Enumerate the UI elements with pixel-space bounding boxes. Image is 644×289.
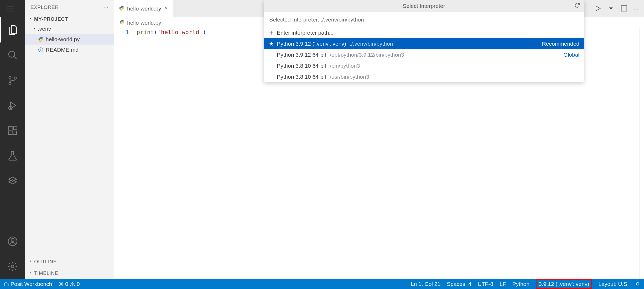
tree-item-folder[interactable]: .venv [25,24,114,34]
project-name: MY-PROJECT [34,16,68,22]
sidebar-header: EXPLORER ··· [25,0,114,15]
enter-path-label: Enter interpreter path... [277,30,334,36]
activity-workbench[interactable] [0,168,25,194]
interpreter-option[interactable]: Python 3.8.10 64-bit /usr/bin/python3 [264,71,584,82]
svg-point-0 [9,51,15,57]
tree-item-label: .venv [38,26,51,32]
workbench-icon [7,176,18,186]
tree-item-file[interactable]: hello-world.py [25,34,114,45]
hamburger-menu[interactable] [3,4,18,14]
status-eol[interactable]: LF [500,281,506,287]
interpreter-input[interactable]: Selected Interpreter: ./.venv/bin/python [267,14,580,25]
enter-path-item[interactable]: Enter interpreter path... [264,27,584,38]
interpreter-path: /usr/bin/python3 [330,74,369,80]
interpreter-tag: Global [563,52,579,58]
status-language[interactable]: Python [512,281,529,287]
status-notifications[interactable] [635,281,640,287]
python-file-icon [119,5,124,12]
svg-rect-7 [13,131,17,135]
bell-icon [635,281,640,287]
interpreter-tag: Recommended [542,41,579,47]
tree-item-label: hello-world.py [46,36,80,42]
svg-point-11 [11,265,14,268]
status-workbench[interactable]: Posit Workbench [4,281,52,287]
outline-section[interactable]: OUTLINE [25,256,114,267]
activity-explorer[interactable] [0,17,25,42]
dropdown-title: Select Interpreter [403,3,445,9]
activity-settings[interactable] [0,254,25,279]
chevron-down-icon [28,16,33,22]
interpreter-path: /opt/python/3.9.12/bin/python3 [330,52,404,58]
activity-testing[interactable] [0,143,25,168]
interpreter-label: Python 3.8.10 64-bit [277,74,326,80]
status-indentation[interactable]: Spaces: 4 [447,281,471,287]
svg-point-1 [9,76,11,78]
svg-rect-6 [9,131,12,135]
interpreter-option[interactable]: ★ Python 3.9.12 ('.venv': venv) ./.venv/… [264,38,584,49]
sidebar-more-button[interactable]: ··· [103,4,108,11]
files-icon [8,25,18,35]
project-section-header[interactable]: MY-PROJECT [25,15,114,24]
interpreter-label: Python 3.9.12 64-bit [277,52,326,58]
dropdown-input-wrap: Selected Interpreter: ./.venv/bin/python [264,12,584,27]
editor-region: hello-world.py ··· [114,0,644,279]
home-icon [4,281,9,287]
status-encoding[interactable]: UTF-8 [478,281,494,287]
timeline-section[interactable]: TIMELINE [25,267,114,279]
extensions-icon [7,125,18,136]
sidebar: EXPLORER ··· MY-PROJECT .venv [25,0,114,279]
section-label: TIMELINE [34,270,58,276]
app-root: EXPLORER ··· MY-PROJECT .venv [0,0,644,289]
info-file-icon [38,47,44,53]
interpreter-path: ./.venv/bin/python [350,41,393,47]
tree-item-file[interactable]: README.md [25,45,114,55]
activity-run-debug[interactable] [0,93,25,118]
plus-icon [268,30,274,35]
run-dropdown-button[interactable] [607,5,615,13]
chevron-right-icon [28,270,33,276]
status-cursor-position[interactable]: Ln 1, Col 21 [411,281,440,287]
gear-icon [7,261,18,272]
activity-bar [0,0,25,279]
main-area: EXPLORER ··· MY-PROJECT .venv [0,0,644,279]
chevron-right-icon [28,259,33,265]
refresh-button[interactable] [574,2,580,10]
svg-rect-5 [9,127,12,130]
minimap[interactable] [639,28,644,279]
status-interpreter[interactable]: 3.9.12 ('.venv': venv) [536,279,592,289]
svg-point-3 [14,77,16,79]
interpreter-option[interactable]: Python 3.8.10 64-bit /bin/python3 [264,60,584,71]
interpreter-label: Python 3.8.10 64-bit [277,63,326,69]
editor-more-button[interactable]: ··· [633,5,639,12]
warning-icon [70,281,75,287]
collapsed-sections: OUTLINE TIMELINE [25,256,114,279]
menu-icon [6,5,15,13]
tab-filename: hello-world.py [127,6,161,12]
status-bar: Posit Workbench 0 0 Ln 1, Col 21 Spaces:… [0,279,644,289]
python-file-icon [38,36,44,42]
section-label: OUTLINE [34,259,57,265]
svg-rect-8 [13,126,17,130]
svg-point-2 [9,82,11,84]
status-problems[interactable]: 0 0 [58,281,80,287]
split-editor-button[interactable] [620,5,628,13]
interpreter-path: /bin/python3 [330,63,360,69]
sidebar-title: EXPLORER [30,4,59,10]
error-icon [58,281,64,287]
interpreter-option[interactable]: Python 3.9.12 64-bit /opt/python/3.9.12/… [264,49,584,60]
dropdown-title-bar: Select Interpreter [264,0,584,12]
status-layout[interactable]: Layout: U.S. [598,281,629,287]
activity-source-control[interactable] [0,68,25,93]
tree-item-label: README.md [46,47,79,53]
activity-extensions[interactable] [0,118,25,143]
line-number: 1 [114,28,129,36]
close-tab-button[interactable] [164,6,169,12]
branch-icon [7,75,18,85]
editor-tab[interactable]: hello-world.py [114,0,173,17]
svg-point-10 [11,238,14,242]
interpreter-label: Python 3.9.12 ('.venv': venv) [277,41,346,47]
run-button[interactable] [594,5,601,13]
gutter: 1 [114,28,137,279]
activity-search[interactable] [0,42,25,68]
activity-account[interactable] [0,229,25,254]
